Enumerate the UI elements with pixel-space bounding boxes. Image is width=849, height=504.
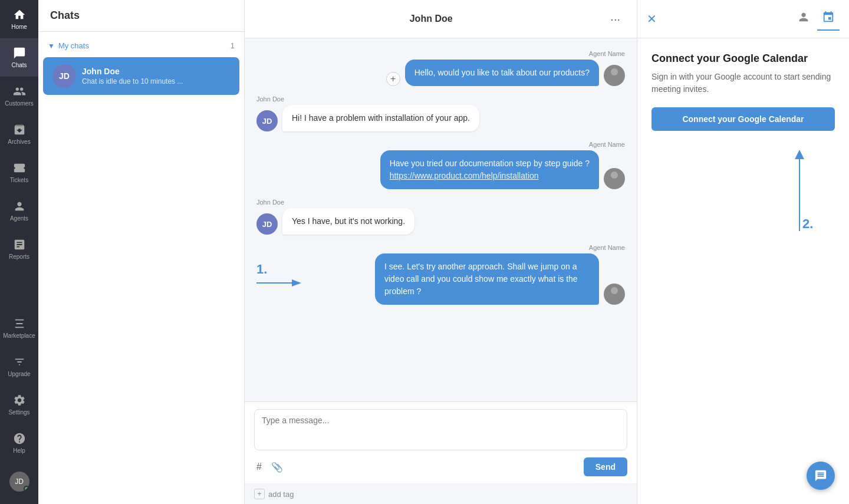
nav-item-reports[interactable]: Reports	[0, 230, 38, 268]
chat-avatar: JD	[52, 64, 76, 88]
svg-text:2.: 2.	[802, 216, 813, 231]
message-text: Hello, would you like to talk about our …	[414, 68, 590, 77]
my-chats-header[interactable]: ▼ My chats 1	[38, 37, 244, 55]
my-chats-count: 1	[231, 41, 235, 50]
svg-point-1	[611, 172, 618, 179]
message-bubble-agent: Hello, would you like to talk about our …	[405, 60, 599, 86]
chat-item-john-doe[interactable]: JD John Doe Chat is idle due to 10 minut…	[43, 57, 239, 95]
nav-label-marketplace: Marketplace	[3, 332, 35, 339]
main-chat-area: John Doe ··· Agent Name + Hello, would y…	[245, 0, 637, 504]
attachment-button[interactable]: 📎	[269, 459, 285, 475]
right-panel-content: Connect your Google Calendar Sign in wit…	[637, 38, 849, 504]
nav-item-home[interactable]: Home	[0, 0, 38, 38]
nav-item-chats[interactable]: Chats	[0, 38, 38, 77]
message-bubble-agent: Have you tried our documentation step by…	[380, 150, 599, 189]
message-text: I see. Let's try another approach. Shall…	[384, 262, 578, 296]
svg-point-3	[611, 287, 618, 294]
annotation-arrow-1	[256, 277, 304, 289]
panel-tabs	[792, 7, 840, 31]
message-text: Yes I have, but it's not working.	[292, 216, 405, 226]
more-options-button[interactable]: ···	[606, 10, 625, 28]
message-row: Agent Name I see. Let's try another appr…	[327, 244, 625, 305]
nav-item-archives[interactable]: Archives	[0, 115, 38, 153]
message-row: John Doe JD Yes I have, but it's not wor…	[256, 199, 625, 235]
message-sender: Agent Name	[589, 50, 625, 57]
message-input[interactable]	[254, 409, 627, 450]
chat-list-title: Chats	[38, 0, 244, 32]
left-navigation: Home Chats Customers Archives Tickets Ag…	[0, 0, 38, 504]
message-row: Agent Name Have you tried our documentat…	[256, 141, 625, 189]
chat-list-panel: Chats ▼ My chats 1 JD John Doe Chat is i…	[38, 0, 245, 504]
connect-calendar-title: Connect your Google Calendar	[651, 52, 835, 65]
user-avatar: JD	[256, 110, 278, 131]
message-sender: Agent Name	[589, 244, 625, 251]
nav-item-upgrade[interactable]: Upgrade	[0, 347, 38, 386]
user-avatar: JD	[256, 213, 278, 235]
nav-item-agents[interactable]: Agents	[0, 192, 38, 230]
annotation-2-area: 2.	[651, 137, 835, 243]
add-tag-label[interactable]: add tag	[268, 490, 294, 499]
chat-header: John Doe ···	[245, 0, 637, 38]
add-tag-icon: +	[254, 489, 265, 499]
nav-label-customers: Customers	[5, 100, 33, 107]
messages-area: Agent Name + Hello, would you like to ta…	[245, 38, 637, 401]
nav-label-help: Help	[13, 447, 25, 454]
user-avatar-initials: JD	[262, 220, 272, 229]
user-avatar-initials: JD	[262, 117, 272, 126]
chat-info: John Doe Chat is idle due to 10 minutes …	[82, 67, 230, 85]
right-panel: ✕ Connect your Google Calendar Sign in w…	[637, 0, 849, 504]
add-message-button[interactable]: +	[386, 72, 400, 86]
tab-profile[interactable]	[792, 7, 815, 31]
message-bubble-wrap: + Hello, would you like to talk about ou…	[386, 60, 625, 86]
nav-user-avatar-item[interactable]: JD	[0, 462, 38, 500]
close-panel-button[interactable]: ✕	[647, 12, 657, 26]
nav-label-home: Home	[11, 24, 27, 30]
agent-avatar	[604, 65, 625, 86]
agent-avatar	[604, 284, 625, 305]
annotation-arrow-2: 2.	[770, 137, 829, 237]
connect-calendar-description: Sign in with your Google account to star…	[651, 71, 835, 95]
message-text: Hi! I have a problem with installation o…	[292, 113, 470, 123]
message-bubble-wrap: JD Hi! I have a problem with installatio…	[256, 105, 479, 131]
my-chats-label: My chats	[58, 41, 231, 50]
message-link[interactable]: https://www.product.com/help/installatio…	[390, 171, 539, 180]
send-button[interactable]: Send	[584, 457, 627, 476]
message-sender: Agent Name	[589, 141, 625, 148]
annotation-1: 1.	[256, 244, 304, 289]
nav-item-help[interactable]: Help	[0, 424, 38, 462]
nav-item-marketplace[interactable]: Marketplace	[0, 309, 38, 347]
agent-avatar	[604, 168, 625, 189]
message-bubble-wrap: I see. Let's try another approach. Shall…	[375, 253, 625, 305]
add-tag-row: + add tag	[245, 483, 637, 504]
nav-item-settings[interactable]: Settings	[0, 386, 38, 424]
chat-avatar-initials: JD	[59, 71, 70, 81]
nav-label-archives: Archives	[8, 139, 30, 145]
nav-item-tickets[interactable]: Tickets	[0, 153, 38, 192]
annotation-number-1: 1.	[256, 262, 267, 277]
chat-name: John Doe	[82, 67, 230, 76]
message-row: Agent Name + Hello, would you like to ta…	[256, 50, 625, 86]
message-bubble-agent: I see. Let's try another approach. Shall…	[375, 253, 599, 305]
input-area: # 📎 Send	[245, 401, 637, 483]
chat-header-actions: ···	[606, 10, 625, 28]
chat-bubble-button[interactable]	[807, 462, 835, 490]
nav-label-reports: Reports	[9, 253, 29, 260]
message-bubble-user: Hi! I have a problem with installation o…	[282, 105, 479, 131]
input-toolbar: # 📎 Send	[254, 457, 627, 476]
connect-calendar-button[interactable]: Connect your Google Calendar	[651, 107, 835, 131]
chevron-down-icon: ▼	[48, 42, 55, 50]
message-bubble-wrap: JD Yes I have, but it's not working.	[256, 208, 414, 235]
message-sender: John Doe	[256, 95, 284, 103]
tab-calendar[interactable]	[817, 7, 840, 31]
message-bubble-wrap: Have you tried our documentation step by…	[380, 150, 625, 189]
svg-point-0	[611, 68, 618, 75]
nav-label-chats: Chats	[11, 62, 27, 68]
right-panel-header: ✕	[637, 0, 849, 38]
chat-preview: Chat is idle due to 10 minutes ...	[82, 77, 230, 85]
message-row-with-annotation: 1. Agent Name I see. Let's try another a…	[256, 244, 625, 305]
nav-item-customers[interactable]: Customers	[0, 77, 38, 115]
avatar: JD	[9, 472, 29, 492]
message-row: John Doe JD Hi! I have a problem with in…	[256, 95, 625, 131]
hashtag-button[interactable]: #	[254, 459, 264, 475]
message-sender: John Doe	[256, 199, 284, 206]
